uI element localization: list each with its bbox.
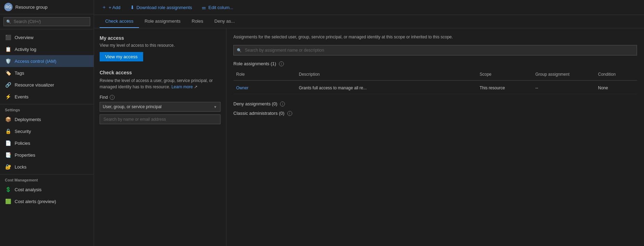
role-assignments-title: Role assignments (1): [233, 61, 276, 66]
role-assignments-table: Role Description Scope Group assignment …: [233, 70, 637, 94]
deny-assignments-section: Deny assignments (0) i: [233, 101, 637, 106]
policies-icon: 📄: [5, 140, 11, 146]
sidebar-item-label: Tags: [15, 70, 24, 76]
name-email-search-input[interactable]: [100, 114, 220, 124]
sidebar-item-resource-visualizer[interactable]: 🔗 Resource visualizer: [0, 79, 94, 91]
sidebar-item-label: Access control (IAM): [15, 59, 56, 64]
table-row: Owner Grants full access to manage all r…: [233, 82, 637, 94]
download-label: Download role assignments: [137, 5, 192, 10]
tab-roles[interactable]: Roles: [186, 15, 209, 28]
role-assignments-info-icon[interactable]: i: [279, 61, 284, 66]
classic-admins-title: Classic administrators (0): [233, 111, 285, 116]
sidebar-item-activity-log[interactable]: 📋 Activity log: [0, 43, 94, 55]
columns-icon: ⚌: [202, 5, 206, 10]
my-access-desc: View my level of access to this resource…: [100, 43, 220, 48]
sidebar-item-label: Properties: [15, 152, 35, 158]
col-condition: Condition: [595, 70, 637, 78]
cell-condition: None: [595, 84, 637, 92]
cost-management-section-header: Cost Management: [0, 174, 94, 184]
security-icon: 🔒: [5, 128, 11, 134]
sidebar-search-area: [0, 14, 94, 29]
download-icon: ⬇: [130, 5, 134, 10]
tab-role-assignments[interactable]: Role assignments: [139, 15, 186, 28]
tab-check-access[interactable]: Check access: [100, 15, 139, 28]
sidebar-item-locks[interactable]: 🔐 Locks: [0, 161, 94, 173]
cost-alerts-icon: 🟩: [5, 198, 11, 204]
access-control-icon: 🛡️: [5, 58, 11, 64]
edit-columns-label: Edit colum...: [208, 5, 233, 10]
check-access-desc: Review the level of access a user, group…: [100, 77, 220, 90]
classic-admins-info-icon[interactable]: i: [287, 111, 292, 116]
activity-log-icon: 📋: [5, 46, 11, 52]
deny-assignments-title: Deny assignments (0): [233, 101, 277, 106]
edit-columns-button[interactable]: ⚌ Edit colum...: [200, 3, 235, 12]
sidebar-item-label: Events: [15, 94, 29, 99]
assignments-description: Assignments for the selected user, group…: [233, 34, 637, 40]
sidebar-search-input[interactable]: [3, 17, 90, 26]
my-access-section: My access View my level of access to thi…: [100, 35, 220, 61]
overview-icon: ⬛: [5, 34, 11, 40]
sidebar-item-events[interactable]: ⚡ Events: [0, 91, 94, 103]
cell-role[interactable]: Owner: [233, 84, 296, 92]
sidebar-nav: ⬛ Overview 📋 Activity log 🛡️ Access cont…: [0, 29, 94, 246]
main-content: ＋ + Add ⬇ Download role assignments ⚌ Ed…: [94, 0, 644, 246]
sidebar-item-security[interactable]: 🔒 Security: [0, 125, 94, 137]
sidebar-item-label: Policies: [15, 141, 30, 146]
sidebar-item-label: Resource visualizer: [15, 82, 54, 88]
find-label: Find i: [100, 95, 220, 100]
properties-icon: 📑: [5, 152, 11, 158]
add-icon: ＋: [102, 4, 107, 10]
my-access-title: My access: [100, 35, 220, 41]
sidebar-item-label: Overview: [15, 35, 33, 40]
resource-group-icon: RG: [4, 3, 13, 11]
col-scope: Scope: [477, 70, 533, 78]
deployments-icon: 📦: [5, 116, 11, 122]
col-role: Role: [233, 70, 296, 78]
name-search-area: [100, 114, 220, 124]
add-button[interactable]: ＋ + Add: [100, 3, 123, 12]
sidebar-item-label: Cost analysis: [15, 187, 41, 192]
col-description: Description: [296, 70, 477, 78]
sidebar-item-label: Cost alerts (preview): [15, 199, 56, 204]
tab-deny-assignments[interactable]: Deny as...: [209, 15, 241, 28]
col-group-assignment: Group assignment: [533, 70, 595, 78]
find-info-icon[interactable]: i: [110, 95, 115, 100]
cell-description: Grants full access to manage all re...: [296, 84, 477, 92]
right-panel: Assignments for the selected user, group…: [226, 28, 644, 246]
view-my-access-button[interactable]: View my access: [100, 52, 143, 61]
locks-icon: 🔐: [5, 164, 11, 170]
sidebar-item-deployments[interactable]: 📦 Deployments: [0, 113, 94, 125]
learn-more-link[interactable]: Learn more: [171, 84, 193, 89]
sidebar-item-tags[interactable]: 🏷️ Tags: [0, 67, 94, 79]
tags-icon: 🏷️: [5, 70, 11, 76]
download-role-assignments-button[interactable]: ⬇ Download role assignments: [128, 3, 194, 12]
events-icon: ⚡: [5, 94, 11, 100]
sidebar: RG Resource group ⬛ Overview 📋 Activity …: [0, 0, 94, 246]
check-access-section: Check access Review the level of access …: [100, 70, 220, 124]
sidebar-item-access-control[interactable]: 🛡️ Access control (IAM): [0, 55, 94, 67]
sidebar-item-label: Activity log: [15, 47, 36, 52]
cell-group-assignment: --: [533, 84, 595, 92]
sidebar-item-cost-alerts[interactable]: 🟩 Cost alerts (preview): [0, 195, 94, 207]
check-access-title: Check access: [100, 70, 220, 75]
find-dropdown[interactable]: User, group, or service principal Manage…: [100, 102, 220, 112]
sidebar-resource-group-label: Resource group: [15, 5, 48, 10]
sidebar-item-label: Deployments: [15, 117, 41, 122]
add-label: + Add: [109, 5, 121, 10]
sidebar-item-overview[interactable]: ⬛ Overview: [0, 31, 94, 43]
table-header: Role Description Scope Group assignment …: [233, 70, 637, 81]
classic-admins-section: Classic administrators (0) i: [233, 111, 637, 116]
sidebar-item-policies[interactable]: 📄 Policies: [0, 137, 94, 149]
assignment-search-wrapper: [233, 45, 637, 55]
tabs-bar: Check access Role assignments Roles Deny…: [94, 15, 644, 28]
cost-analysis-icon: 💲: [5, 186, 11, 193]
cell-scope: This resource: [477, 84, 533, 92]
sidebar-item-cost-analysis[interactable]: 💲 Cost analysis: [0, 184, 94, 195]
find-dropdown-wrapper: User, group, or service principal Manage…: [100, 102, 220, 112]
sidebar-header: RG Resource group: [0, 0, 94, 14]
sidebar-item-label: Security: [15, 129, 31, 134]
sidebar-item-properties[interactable]: 📑 Properties: [0, 149, 94, 161]
deny-assignments-info-icon[interactable]: i: [280, 102, 285, 106]
settings-section-header: Settings: [0, 104, 94, 113]
assignment-search-input[interactable]: [233, 45, 637, 55]
